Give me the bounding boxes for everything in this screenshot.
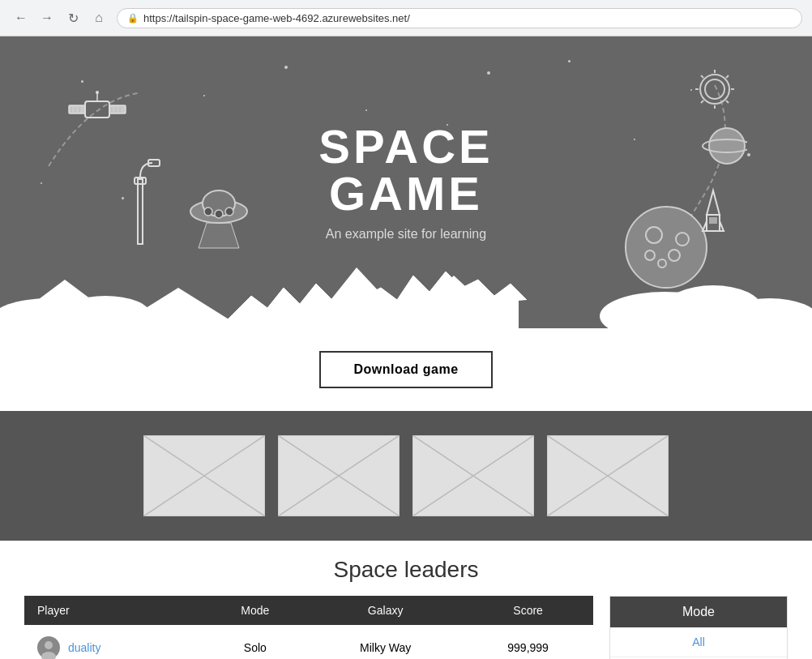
ufo-lamppost-illustration: [130, 155, 276, 255]
svg-line-20: [701, 101, 703, 103]
hero-subtitle: An example site for learning: [326, 227, 486, 242]
svg-line-19: [726, 75, 729, 78]
svg-marker-32: [703, 221, 707, 231]
svg-rect-0: [85, 101, 109, 118]
forward-button[interactable]: →: [36, 6, 58, 29]
screenshot-1: [143, 435, 265, 516]
svg-line-18: [726, 101, 729, 103]
refresh-button[interactable]: ↻: [62, 6, 84, 29]
col-header-mode: Mode: [203, 596, 308, 625]
star: [203, 95, 205, 96]
nav-buttons: ← → ↻ ⌂: [10, 6, 110, 29]
svg-rect-51: [616, 316, 812, 328]
mode-filter-header: Mode: [610, 597, 787, 627]
svg-point-23: [626, 207, 707, 288]
leaderboard-table: Player Mode Galaxy Score duality: [24, 596, 593, 659]
leaderboard-section: Space leaders Player Mode Galaxy Score: [0, 541, 812, 659]
player-link[interactable]: duality: [68, 641, 100, 654]
hero-title-line2: GAME: [329, 167, 483, 220]
col-header-score: Score: [463, 596, 593, 625]
svg-rect-34: [138, 179, 143, 244]
col-header-galaxy: Galaxy: [308, 596, 463, 625]
hero-title-line1: SPACE: [318, 120, 494, 173]
space-illustrations-right: [585, 69, 747, 299]
star: [747, 153, 750, 156]
star: [284, 66, 288, 69]
screenshot-3: [412, 435, 534, 516]
star: [81, 80, 83, 83]
svg-marker-42: [199, 223, 239, 248]
screenshot-4: [547, 435, 669, 516]
svg-line-17: [701, 75, 703, 78]
download-button[interactable]: Download game: [319, 351, 492, 388]
hero-section: SPACE GAME An example site for learning: [0, 36, 812, 328]
svg-point-21: [709, 128, 745, 164]
player-avatar: [37, 636, 60, 659]
hero-content: SPACE GAME An example site for learning: [318, 123, 494, 242]
star: [122, 197, 124, 199]
svg-point-10: [96, 91, 99, 94]
player-cell: duality: [24, 625, 203, 659]
col-header-player: Player: [24, 596, 203, 625]
sidebar: Mode All Solo Duo Trio Galaxy: [609, 596, 788, 659]
score-cell: 999,999: [463, 625, 593, 659]
svg-point-68: [45, 641, 53, 649]
star: [487, 71, 490, 75]
content-area: Player Mode Galaxy Score duality: [24, 596, 788, 659]
section-title: Space leaders: [24, 557, 788, 583]
back-button[interactable]: ←: [10, 6, 32, 29]
svg-marker-29: [707, 190, 720, 215]
screenshot-2: [278, 435, 400, 516]
screenshots-section: [0, 411, 812, 541]
galaxy-cell: Milky Way: [308, 625, 463, 659]
svg-point-41: [225, 208, 233, 216]
url-text: https://tailspin-space-game-web-4692.azu…: [143, 12, 410, 24]
star: [365, 109, 367, 111]
star: [568, 60, 571, 62]
svg-point-39: [204, 208, 212, 216]
lock-icon: 🔒: [127, 13, 139, 24]
svg-rect-31: [709, 217, 717, 224]
hero-title: SPACE GAME: [318, 123, 494, 217]
mode-cell: Solo: [203, 625, 308, 659]
address-bar[interactable]: 🔒 https://tailspin-space-game-web-4692.a…: [117, 8, 802, 28]
table-row: duality Solo Milky Way 999,999: [24, 625, 593, 659]
svg-marker-33: [720, 221, 724, 231]
svg-rect-54: [0, 319, 146, 328]
svg-point-40: [215, 210, 223, 218]
mode-filter-section: Mode All Solo Duo Trio: [609, 596, 788, 659]
download-section: Download game: [0, 328, 812, 411]
home-button[interactable]: ⌂: [88, 6, 110, 29]
browser-chrome: ← → ↻ ⌂ 🔒 https://tailspin-space-game-we…: [0, 0, 812, 36]
mode-filter-all[interactable]: All: [610, 627, 787, 657]
svg-point-12: [705, 79, 724, 99]
